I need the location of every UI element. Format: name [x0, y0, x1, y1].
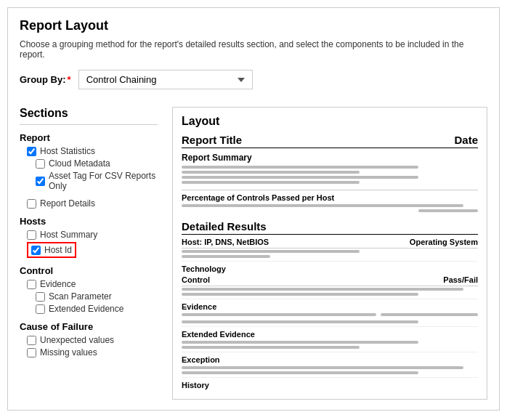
main-content: Sections Report Host Statistics Cloud Me…	[20, 107, 487, 400]
host-statistics-checkbox[interactable]	[27, 147, 36, 156]
detailed-results-heading: Detailed Results	[182, 220, 478, 235]
report-details-checkbox[interactable]	[27, 199, 36, 209]
divider	[182, 299, 478, 299]
list-item: Cloud Metadata	[20, 158, 158, 169]
preview-line	[182, 181, 360, 184]
preview-report-summary: Report Summary	[182, 153, 478, 184]
preview-line	[182, 313, 376, 316]
required-star: *	[68, 74, 71, 85]
host-id-checkbox[interactable]	[31, 246, 41, 255]
list-item: Unexpected values	[20, 335, 158, 345]
percentage-divider: Percentage of Controls Passed per Host	[182, 190, 478, 202]
report-details-label: Report Details	[40, 198, 95, 209]
group-by-select[interactable]: Control Chaining	[78, 70, 253, 89]
report-layout-container: Report Layout Choose a grouping method f…	[7, 7, 500, 411]
report-preview: Report Title Date Report Summary Percent…	[182, 134, 478, 389]
preview-title-row: Report Title Date	[182, 134, 478, 148]
cloud-metadata-label: Cloud Metadata	[49, 158, 110, 169]
list-item: Host Summary	[20, 230, 158, 240]
host-summary-checkbox[interactable]	[27, 230, 36, 240]
evidence-checkbox[interactable]	[27, 280, 36, 289]
preview-line	[418, 209, 478, 212]
group-by-label: Group By:*	[20, 74, 71, 85]
sections-panel: Sections Report Host Statistics Cloud Me…	[20, 107, 158, 400]
control-row-label: Control Pass/Fail	[182, 275, 478, 286]
preview-line	[182, 288, 463, 291]
extended-evidence-preview-label: Extended Evidence	[182, 330, 478, 339]
layout-panel: Layout Report Title Date Report Summary	[172, 107, 487, 400]
evidence-preview-label: Evidence	[182, 302, 478, 311]
report-summary-heading: Report Summary	[182, 153, 478, 163]
preview-line	[381, 313, 478, 316]
host-id-label: Host Id	[44, 245, 72, 255]
section-group-label-control: Control	[20, 265, 158, 276]
preview-line	[182, 346, 360, 349]
preview-line	[182, 255, 270, 258]
report-title-label: Report Title	[182, 134, 242, 146]
divider	[182, 352, 478, 352]
list-item: Evidence	[20, 279, 158, 289]
technology-label: Technology	[182, 264, 478, 273]
host-id-item: Host Id	[20, 242, 158, 258]
divider	[182, 261, 478, 262]
list-item: Scan Parameter	[20, 291, 158, 302]
asset-tag-checkbox[interactable]	[36, 177, 45, 186]
preview-line	[182, 204, 463, 207]
section-group-hosts: Hosts Host Summary Host Id	[20, 216, 158, 258]
host-statistics-label: Host Statistics	[40, 146, 95, 156]
control-label: Control	[182, 275, 210, 284]
preview-line	[182, 320, 418, 323]
divider	[182, 326, 478, 327]
history-preview-label: History	[182, 381, 478, 389]
scan-parameter-label: Scan Parameter	[49, 291, 112, 302]
page-description: Choose a grouping method for the report'…	[20, 39, 487, 60]
preview-line	[182, 166, 418, 169]
section-group-label-cause: Cause of Failure	[20, 321, 158, 332]
section-group-report: Report Host Statistics Cloud Metadata As…	[20, 132, 158, 191]
host-row-label: Host: IP, DNS, NetBIOS Operating System	[182, 238, 478, 249]
host-label: Host: IP, DNS, NetBIOS	[182, 238, 269, 246]
host-summary-label: Host Summary	[40, 230, 97, 240]
evidence-lines	[182, 313, 478, 318]
date-label: Date	[454, 134, 478, 146]
evidence-label: Evidence	[40, 279, 76, 289]
section-group-label-report: Report	[20, 132, 158, 143]
section-group-control: Control Evidence Scan Parameter Extended…	[20, 265, 158, 314]
group-by-row: Group By:* Control Chaining	[20, 70, 487, 89]
extended-evidence-label: Extended Evidence	[49, 304, 123, 314]
section-group-report-details: Report Details	[20, 198, 158, 209]
list-item: Extended Evidence	[20, 304, 158, 314]
preview-line	[182, 341, 418, 344]
list-item: Host Statistics	[20, 146, 158, 156]
preview-line	[182, 176, 418, 179]
section-group-cause-of-failure: Cause of Failure Unexpected values Missi…	[20, 321, 158, 358]
section-group-label-hosts: Hosts	[20, 216, 158, 227]
exception-preview-label: Exception	[182, 355, 478, 364]
sections-title: Sections	[20, 107, 158, 125]
preview-line	[182, 250, 360, 253]
missing-values-checkbox[interactable]	[27, 348, 36, 358]
cloud-metadata-checkbox[interactable]	[36, 159, 45, 169]
preview-line	[182, 366, 463, 369]
pass-fail-label: Pass/Fail	[443, 275, 478, 284]
percentage-lines	[182, 204, 478, 214]
list-item: Asset Tag For CSV Reports Only	[20, 171, 158, 191]
layout-title: Layout	[182, 115, 478, 128]
scan-parameter-checkbox[interactable]	[36, 292, 45, 302]
divider	[182, 377, 478, 378]
missing-values-label: Missing values	[40, 347, 97, 358]
preview-line	[182, 293, 418, 296]
unexpected-values-checkbox[interactable]	[27, 336, 36, 345]
host-id-highlight: Host Id	[27, 242, 76, 258]
percentage-label: Percentage of Controls Passed per Host	[182, 193, 334, 202]
extended-evidence-checkbox[interactable]	[36, 304, 45, 314]
preview-line	[182, 171, 360, 174]
unexpected-values-label: Unexpected values	[40, 335, 114, 345]
page-title: Report Layout	[20, 18, 487, 33]
os-label: Operating System	[410, 238, 478, 246]
asset-tag-label: Asset Tag For CSV Reports Only	[49, 171, 158, 191]
list-item: Missing values	[20, 347, 158, 358]
preview-line	[182, 371, 418, 374]
list-item: Report Details	[20, 198, 158, 209]
preview-percentage: Percentage of Controls Passed per Host	[182, 190, 478, 214]
